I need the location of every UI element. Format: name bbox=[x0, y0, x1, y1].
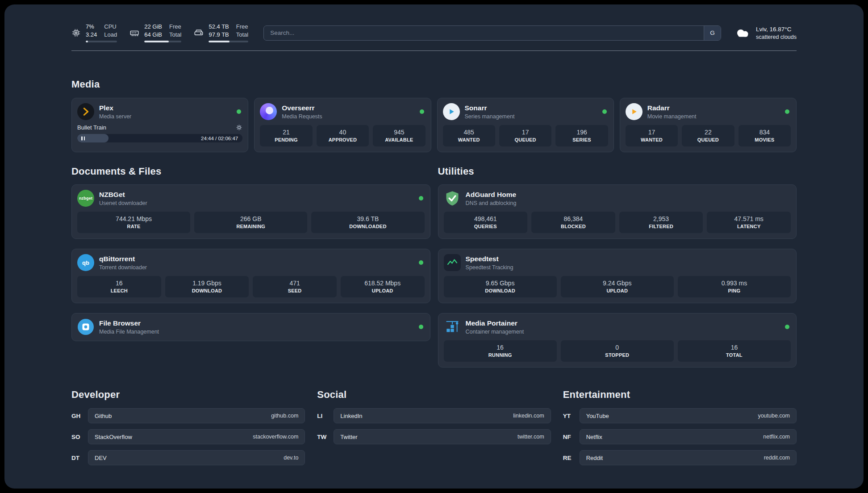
stat-tile: 17 QUEUED bbox=[499, 125, 551, 146]
stat-label: PING bbox=[680, 288, 789, 293]
bookmark-url: youtube.com bbox=[758, 413, 790, 419]
app-subtitle: Media server bbox=[99, 113, 232, 120]
search-engine-button[interactable]: G bbox=[704, 26, 721, 40]
bookmark-url: dev.to bbox=[284, 455, 298, 461]
search-input[interactable] bbox=[264, 26, 704, 40]
bookmark-group-social: Social LI LinkedIn linkedin.com TW Twitt… bbox=[317, 389, 551, 471]
stat-tile: 266 GB REMAINING bbox=[194, 212, 307, 233]
stat-value: 196 bbox=[557, 129, 606, 136]
cpu-progress-fill bbox=[86, 41, 88, 42]
bookmark-url: stackoverflow.com bbox=[253, 434, 298, 440]
stat-label: RUNNING bbox=[446, 352, 555, 358]
dashboard-root: 7% 3.24 CPU Load bbox=[4, 4, 864, 489]
app-card-speedtest[interactable]: Speedtest Speedtest Tracking 9.65 Gbps D… bbox=[438, 249, 797, 303]
stats-row: 9.65 Gbps DOWNLOAD 9.24 Gbps UPLOAD 0.99… bbox=[444, 276, 791, 297]
app-name: NZBGet bbox=[99, 191, 414, 199]
section-documents-files: Documents & Files nzbget NZBGet Usenet d… bbox=[71, 166, 430, 368]
stat-tile: 744.21 Mbps RATE bbox=[77, 212, 190, 233]
cpu-load-label: Load bbox=[104, 31, 117, 38]
stat-tile: 9.24 Gbps UPLOAD bbox=[561, 276, 674, 297]
bookmark-abbr: NF bbox=[563, 434, 580, 440]
status-dot bbox=[785, 325, 789, 329]
stat-tile: 9.65 Gbps DOWNLOAD bbox=[444, 276, 557, 297]
app-header: AdGuard Home DNS and adblocking bbox=[444, 190, 791, 207]
stat-tile: 86,384 BLOCKED bbox=[531, 212, 615, 233]
status-dot bbox=[602, 109, 607, 114]
bookmark-link-linkedin[interactable]: LinkedIn linkedin.com bbox=[334, 408, 551, 423]
bookmark-link-youtube[interactable]: YouTube youtube.com bbox=[580, 408, 797, 423]
stat-value: 16 bbox=[446, 344, 555, 351]
app-card-sonarr[interactable]: Sonarr Series management 485 WANTED 17 Q… bbox=[437, 98, 614, 152]
stat-tile: 498,461 QUERIES bbox=[444, 212, 528, 233]
app-subtitle: Usenet downloader bbox=[99, 200, 414, 206]
bookmark-abbr: RE bbox=[563, 455, 580, 461]
stat-value: 945 bbox=[375, 129, 423, 136]
app-subtitle: Media File Management bbox=[99, 329, 414, 335]
header-divider bbox=[71, 50, 797, 51]
bookmark-link-github[interactable]: Github github.com bbox=[88, 408, 305, 423]
memory-progress-bar bbox=[144, 41, 181, 42]
bookmark-name: Netflix bbox=[586, 434, 764, 440]
app-header: nzbget NZBGet Usenet downloader bbox=[77, 190, 425, 207]
app-card-plex[interactable]: Plex Media server Bullet Train bbox=[71, 98, 248, 152]
stat-tile: 485 WANTED bbox=[443, 125, 495, 146]
bookmark-link-reddit[interactable]: Reddit reddit.com bbox=[580, 450, 797, 465]
pause-icon[interactable] bbox=[81, 136, 85, 140]
stats-row: 744.21 Mbps RATE 266 GB REMAINING 39.6 T… bbox=[77, 212, 425, 233]
bookmark-name: Reddit bbox=[586, 455, 764, 461]
app-name: Plex bbox=[99, 104, 232, 112]
dashboard-content: 7% 3.24 CPU Load bbox=[71, 4, 797, 485]
bookmark-link-twitter[interactable]: Twitter twitter.com bbox=[334, 429, 551, 444]
bookmark-group-entertainment: Entertainment YT YouTube youtube.com NF … bbox=[563, 389, 797, 471]
memory-icon bbox=[129, 28, 139, 38]
cpu-percent: 7% bbox=[86, 23, 97, 30]
bookmark-link-netflix[interactable]: Netflix netflix.com bbox=[580, 429, 797, 444]
storage-total-label: Total bbox=[236, 31, 248, 38]
app-card-filebrowser[interactable]: File Browser Media File Management bbox=[71, 313, 430, 341]
stats-row: 16 RUNNING 0 STOPPED 16 TOTAL bbox=[444, 340, 791, 362]
app-card-radarr[interactable]: Radarr Movie management 17 WANTED 22 QUE… bbox=[620, 98, 797, 152]
storage-progress-fill bbox=[209, 41, 229, 42]
app-card-nzbget[interactable]: nzbget NZBGet Usenet downloader 744.21 M… bbox=[71, 184, 430, 239]
stat-tile: 22 QUEUED bbox=[682, 125, 734, 146]
memory-total-value: 64 GiB bbox=[144, 31, 162, 38]
app-name: Radarr bbox=[647, 104, 780, 112]
app-header: qb qBittorrent Torrent downloader bbox=[77, 254, 425, 271]
app-card-portainer[interactable]: Media Portainer Container management 16 … bbox=[438, 313, 797, 368]
app-subtitle: DNS and adblocking bbox=[466, 200, 791, 206]
filebrowser-icon bbox=[77, 318, 94, 335]
app-card-adguard[interactable]: AdGuard Home DNS and adblocking 498,461 … bbox=[438, 184, 797, 239]
stat-value: 9.24 Gbps bbox=[563, 280, 672, 287]
app-header: Plex Media server bbox=[77, 103, 242, 120]
stat-tile: 1.19 Gbps DOWNLOAD bbox=[165, 276, 249, 297]
bookmark-link-dev[interactable]: DEV dev.to bbox=[88, 450, 305, 465]
stat-label: DOWNLOAD bbox=[446, 288, 555, 293]
cloud-icon bbox=[734, 27, 751, 39]
playback-progress-bar[interactable]: 24:44 / 02:06:47 bbox=[77, 134, 242, 142]
storage-total-value: 97.9 TB bbox=[209, 31, 229, 38]
bookmarks-area: Developer GH Github github.com SO StackO… bbox=[71, 389, 797, 485]
app-card-qbittorrent[interactable]: qb qBittorrent Torrent downloader 16 LEE… bbox=[71, 249, 430, 303]
stat-tile: 39.6 TB DOWNLOADED bbox=[311, 212, 424, 233]
bookmark-row: DT DEV dev.to bbox=[71, 450, 305, 465]
bookmark-name: DEV bbox=[95, 455, 284, 461]
now-playing-title: Bullet Train bbox=[77, 124, 236, 131]
stat-label: DOWNLOAD bbox=[167, 288, 247, 293]
stat-tile: 16 RUNNING bbox=[444, 340, 557, 362]
bookmark-url: twitter.com bbox=[517, 434, 544, 440]
stat-label: SEED bbox=[255, 288, 335, 293]
memory-free-value: 22 GiB bbox=[144, 23, 162, 30]
gear-icon[interactable] bbox=[236, 124, 242, 131]
app-subtitle: Media Requests bbox=[282, 113, 414, 120]
stat-label: WANTED bbox=[627, 137, 676, 142]
cpu-progress-bar bbox=[86, 41, 117, 42]
stat-label: FILTERED bbox=[621, 224, 701, 229]
app-card-overseerr[interactable]: Overseerr Media Requests 21 PENDING 40 A… bbox=[254, 98, 431, 152]
stat-tile: 0 STOPPED bbox=[561, 340, 674, 362]
bookmark-link-stackoverflow[interactable]: StackOverflow stackoverflow.com bbox=[88, 429, 305, 444]
bookmark-row: GH Github github.com bbox=[71, 408, 305, 423]
bookmark-url: linkedin.com bbox=[513, 413, 544, 419]
stat-value: 16 bbox=[79, 280, 159, 287]
stats-row: 21 PENDING 40 APPROVED 945 AVAILABLE bbox=[260, 125, 425, 146]
stats-row: 498,461 QUERIES 86,384 BLOCKED 2,953 FIL… bbox=[444, 212, 791, 233]
